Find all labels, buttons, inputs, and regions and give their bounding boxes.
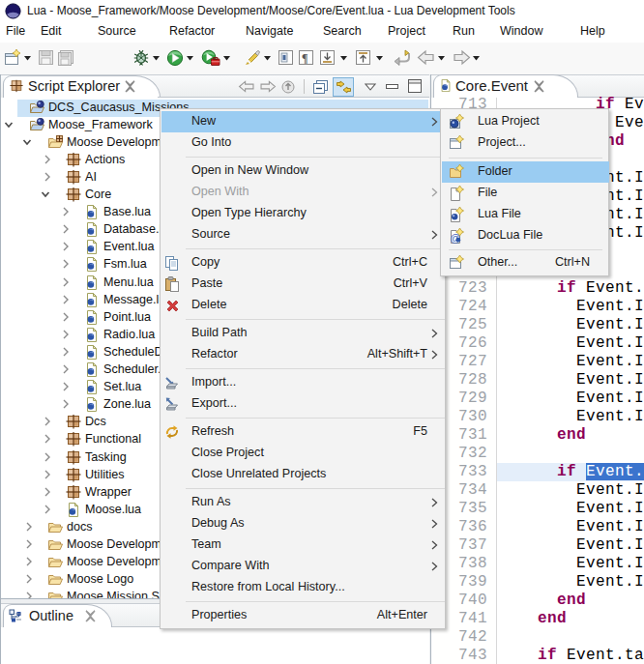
svg-text:¶: ¶ <box>302 51 307 65</box>
